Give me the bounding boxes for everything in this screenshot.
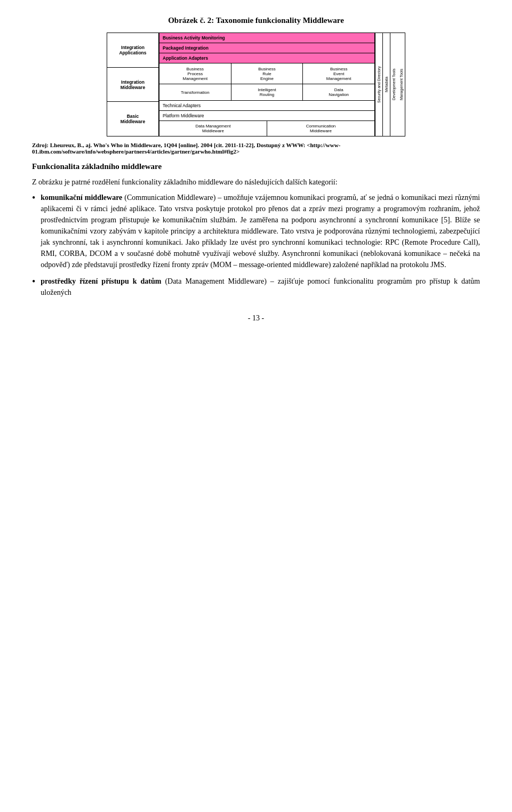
bottom-cell-data-mgmt: Data ManagementMiddleware [159,121,267,136]
trans-row: Transformation IntelligentRouting DataNa… [159,84,374,101]
page-number: - 13 - [32,314,480,323]
bullet-bold-2: prostředky řízení přístupu k datům [41,277,161,285]
trans-cell-navigation: DataNavigation [303,84,374,100]
bullet-item-1: • komunikační middleware (Communication … [32,192,480,270]
diagram-center: Business Activity Monitoring Packaged In… [159,33,374,136]
vert-label-dev-tools: Development Tools [390,33,397,136]
mgmt-cell-bem: BusinessEventManagement [303,63,374,84]
pink-bar-bam: Business Activity Monitoring [159,33,374,43]
source-line: Zdroj: Lheureux, B., aj. Who's Who in Mi… [32,142,480,155]
left-label-integration-apps: IntegrationApplications [107,33,158,68]
left-label-basic-mw: BasicMiddleware [107,102,158,136]
vert-label-security: Security and Directory [375,33,382,136]
section-heading: Funkcionalita základního middleware [32,162,480,171]
diagram-right-labels: Security and Directory Metadata Developm… [374,33,405,136]
bullet-rest-1: (Communication Middleware) – umožňuje vz… [41,194,480,269]
bullet-item-2: • prostředky řízení přístupu k datům (Da… [32,276,480,298]
vert-label-mgmt-tools: Management Tools [397,33,405,136]
diagram-left-labels: IntegrationApplications IntegrationMiddl… [107,33,159,136]
bottom-cell-comm-mw: CommunicationMiddleware [267,121,374,136]
mgmt-row: BusinessProcessManagement BusinessRuleEn… [159,63,374,84]
bullet-text-1: komunikační middleware (Communication Mi… [41,192,480,270]
intro-text: Z obrázku je patrné rozdělení funkcional… [32,176,480,188]
tech-adapters-row: Technical Adapters [159,101,374,111]
mgmt-cell-bre: BusinessRuleEngine [231,63,303,84]
left-label-integration-mw: IntegrationMiddleware [107,68,158,102]
trans-cell-transformation: Transformation [159,84,231,100]
bullet-dot-2: • [32,277,35,286]
pink-bar-aa: Application Adapters [159,53,374,63]
source-label: Zdroj: [32,142,49,148]
diagram-container: IntegrationApplications IntegrationMiddl… [32,33,480,136]
middleware-diagram: IntegrationApplications IntegrationMiddl… [107,33,405,136]
trans-cell-routing: IntelligentRouting [231,84,303,100]
source-text: Lheureux, B., aj. Who's Who in Middlewar… [32,142,340,155]
platform-mw-row: Platform Middleware [159,111,374,121]
pink-bar-pi: Packaged Integration [159,43,374,53]
bullet-bold-1: komunikační middleware [41,194,122,202]
bullet-dot-1: • [32,193,35,203]
bottom-row: Data ManagementMiddleware CommunicationM… [159,121,374,136]
figure-title: Obrázek č. 2: Taxonomie funkcionality Mi… [32,16,480,25]
mgmt-cell-bpm: BusinessProcessManagement [159,63,231,84]
bullet-text-2: prostředky řízení přístupu k datům (Data… [41,276,480,298]
vert-label-metadata: Metadata [382,33,390,136]
